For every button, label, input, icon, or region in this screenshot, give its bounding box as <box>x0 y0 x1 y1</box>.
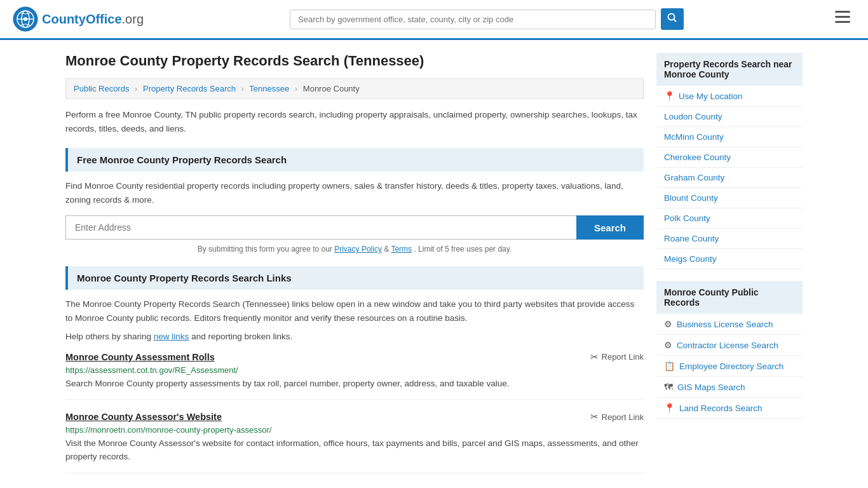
address-input[interactable] <box>65 215 576 240</box>
link-item-header-1: Monroe County Assessor's Website ✂ Repor… <box>65 411 644 423</box>
privacy-policy-link[interactable]: Privacy Policy <box>334 245 382 254</box>
sidebar: Property Records Search near Monroe Coun… <box>656 53 803 485</box>
sidebar-item-use-location[interactable]: 📍 Use My Location <box>656 86 803 107</box>
business-license-icon: ⚙ <box>664 319 672 329</box>
header-search-input[interactable] <box>290 10 656 29</box>
link-item-1: Monroe County Assessor's Website ✂ Repor… <box>65 411 644 473</box>
sidebar-item-employee-directory[interactable]: 📋 Employee Directory Search <box>656 356 803 377</box>
sidebar-nearby-list: 📍 Use My Location Loudon County McMinn C… <box>656 86 803 269</box>
gis-maps-icon: 🗺 <box>664 382 673 392</box>
location-pin-icon: 📍 <box>664 91 675 101</box>
svg-line-6 <box>674 20 677 22</box>
svg-rect-9 <box>835 21 850 23</box>
page-description: Perform a free Monroe County, TN public … <box>65 108 644 135</box>
links-section-header: Monroe County Property Records Search Li… <box>65 266 644 290</box>
sidebar-item-business-license[interactable]: ⚙ Business License Search <box>656 314 803 335</box>
land-records-icon: 📍 <box>664 403 675 413</box>
sidebar-item-contractor-license[interactable]: ⚙ Contractor License Search <box>656 335 803 356</box>
link-title-1[interactable]: Monroe County Assessor's Website <box>65 412 222 422</box>
link-url-1[interactable]: https://monroetn.com/monroe-county-prope… <box>65 425 644 435</box>
links-description: The Monroe County Property Records Searc… <box>65 297 644 325</box>
contractor-license-icon: ⚙ <box>664 340 672 350</box>
scissors-icon-0: ✂ <box>590 351 599 363</box>
breadcrumb-tennessee[interactable]: Tennessee <box>249 84 289 93</box>
svg-rect-7 <box>835 11 850 13</box>
header: CountyOffice.org <box>0 0 868 40</box>
breadcrumb-property-records-search[interactable]: Property Records Search <box>143 84 236 93</box>
header-search-area <box>290 8 684 30</box>
sidebar-item-gis-maps[interactable]: 🗺 GIS Maps Search <box>656 377 803 398</box>
link-desc-1: Visit the Monroe County Assessor's websi… <box>65 437 644 464</box>
svg-rect-8 <box>835 16 850 18</box>
breadcrumb: Public Records › Property Records Search… <box>65 78 644 99</box>
link-title-0[interactable]: Monroe County Assessment Rolls <box>65 352 215 362</box>
share-line: Help others by sharing new links and rep… <box>65 332 644 341</box>
content-wrapper: Monroe County Property Records Search (T… <box>53 40 815 488</box>
sidebar-public-records-header: Monroe County Public Records <box>656 281 803 314</box>
sidebar-item-loudon[interactable]: Loudon County <box>656 107 803 127</box>
new-links-link[interactable]: new links <box>154 332 189 341</box>
free-search-description: Find Monroe County residential property … <box>65 179 644 207</box>
breadcrumb-current: Monroe County <box>303 84 360 93</box>
search-button[interactable]: Search <box>576 215 644 240</box>
menu-button[interactable] <box>830 8 855 30</box>
free-search-section-header: Free Monroe County Property Records Sear… <box>65 148 644 172</box>
link-item-header-0: Monroe County Assessment Rolls ✂ Report … <box>65 351 644 363</box>
scissors-icon-1: ✂ <box>590 411 599 423</box>
sidebar-item-graham[interactable]: Graham County <box>656 168 803 188</box>
sidebar-item-roane[interactable]: Roane County <box>656 229 803 249</box>
employee-directory-icon: 📋 <box>664 361 675 371</box>
logo[interactable]: CountyOffice.org <box>13 6 144 32</box>
sidebar-item-polk[interactable]: Polk County <box>656 208 803 229</box>
sidebar-item-meigs[interactable]: Meigs County <box>656 249 803 269</box>
address-search-row: Search <box>65 215 644 240</box>
report-link-button-0[interactable]: ✂ Report Link <box>590 351 644 363</box>
sidebar-item-cherokee[interactable]: Cherokee County <box>656 147 803 168</box>
page-title: Monroe County Property Records Search (T… <box>65 53 644 69</box>
use-location-link[interactable]: 📍 Use My Location <box>656 86 803 106</box>
sidebar-item-blount[interactable]: Blount County <box>656 188 803 208</box>
breadcrumb-public-records[interactable]: Public Records <box>74 84 129 93</box>
sidebar-item-land-records[interactable]: 📍 Land Records Search <box>656 398 803 419</box>
sidebar-nearby-header: Property Records Search near Monroe Coun… <box>656 53 803 86</box>
sidebar-public-records-list: ⚙ Business License Search ⚙ Contractor L… <box>656 314 803 419</box>
link-item-0: Monroe County Assessment Rolls ✂ Report … <box>65 351 644 400</box>
logo-text: CountyOffice.org <box>42 12 144 27</box>
link-desc-0: Search Monroe County property assessment… <box>65 377 644 391</box>
link-url-0[interactable]: https://assessment.cot.tn.gov/RE_Assessm… <box>65 365 644 375</box>
svg-point-4 <box>24 17 27 21</box>
report-link-button-1[interactable]: ✂ Report Link <box>590 411 644 423</box>
form-terms: By submitting this form you agree to our… <box>65 245 644 254</box>
logo-icon <box>13 6 38 32</box>
sidebar-item-mcminn[interactable]: McMinn County <box>656 127 803 147</box>
main-content: Monroe County Property Records Search (T… <box>65 53 644 485</box>
header-search-button[interactable] <box>661 8 684 30</box>
terms-link[interactable]: Terms <box>391 245 412 254</box>
svg-point-5 <box>668 14 675 20</box>
